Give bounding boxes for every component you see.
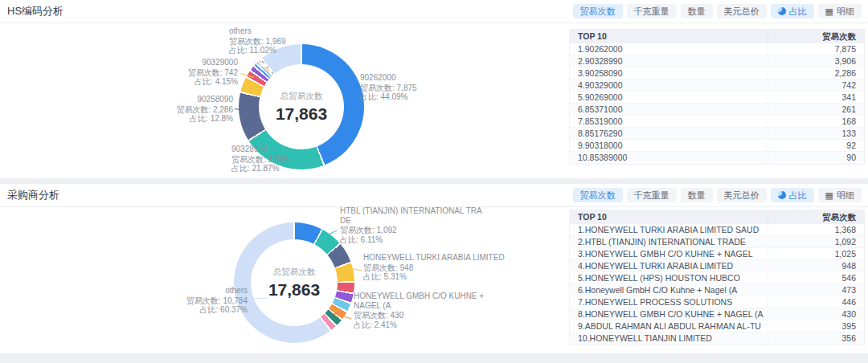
table-grid-icon: ▦: [825, 191, 833, 199]
chart-label-90329000: 90329000 贸易次数: 742 占比: 4.15%: [166, 58, 238, 87]
metric-usd-total-button[interactable]: 美元总价: [717, 188, 767, 202]
chart-label-htbl-tianjin: HTBL (TIANJIN) INTERNATIONAL TRADE 贸易次数:…: [340, 206, 485, 244]
chart-label-90258090: 90258090 贸易次数: 2,286 占比: 12.8%: [158, 95, 233, 124]
table-row: 9.9031800092: [570, 140, 864, 152]
table-row: 10.HONEYWELL TIANJIN LIMITED356: [570, 332, 864, 345]
chart-label-honeywell-gmbh: HONEYWELL GMBH C/O KUHNE + NAGEL (A 贸易次数…: [354, 292, 510, 329]
view-detail-label: 明细: [837, 189, 854, 202]
table-grid-icon: ▦: [825, 7, 833, 15]
metric-kg-weight-button[interactable]: 千克重量: [627, 188, 677, 202]
top10-table-hs-codes: TOP 10 贸易次数 1.902620007,875 2.903289903,…: [569, 29, 865, 165]
chart-label-others: others 贸易次数: 10,784 占比: 60.37%: [170, 286, 248, 315]
table-row: 1.902620007,875: [570, 43, 864, 55]
table-row: 3.902580902,286: [570, 67, 864, 80]
buyer-donut-chart[interactable]: 总贸易次数 17,863: [234, 222, 354, 343]
chart-label-90262000: 90262000 贸易次数: 7,875 占比: 44.09%: [360, 73, 440, 102]
table-header: TOP 10 贸易次数: [570, 210, 864, 224]
top10-table-buyers: TOP 10 贸易次数 1.HONEYWELL TURKI ARABIA LIM…: [569, 210, 865, 345]
bottom-divider: [0, 353, 868, 363]
metric-quantity-button[interactable]: 数量: [681, 4, 713, 18]
table-row: 2.HTBL (TIANJIN) INTERNATIONAL TRADE1,09…: [570, 236, 864, 248]
view-detail-button[interactable]: ▦ 明细: [818, 4, 862, 18]
table-row: 6.Honeywell GmbH C/O Kuhne + Nagel (A473: [570, 284, 864, 296]
metric-kg-weight-button[interactable]: 千克重量: [627, 4, 677, 18]
view-detail-label: 明细: [837, 5, 854, 18]
panel1-header: HS编码分析 贸易次数 千克重量 数量 美元总价 占比 ▦ 明细: [0, 0, 868, 23]
panel-buyer-analysis: 采购商分析 贸易次数 千克重量 数量 美元总价 占比 ▦ 明细 总贸易次数 17…: [0, 184, 868, 353]
table-row: 7.HONEYWELL PROCESS SOLUTIONS446: [570, 296, 864, 308]
chart-label-90328990: 90328990 贸易次数: 3,906 占比: 21.87%: [231, 145, 300, 173]
table-row: 6.85371000261: [570, 104, 864, 116]
pie-chart-icon: [778, 191, 786, 199]
pie-chart-icon: [778, 7, 786, 15]
view-pie-label: 占比: [789, 5, 807, 18]
table-row: 4.90329000742: [570, 80, 864, 92]
table-row: 4.HONEYWELL TURKI ARABIA LIMITED948: [570, 260, 864, 272]
page-title: HS编码分析: [7, 4, 63, 18]
panel-hs-code-analysis: HS编码分析 贸易次数 千克重量 数量 美元总价 占比 ▦ 明细 总贸易次数 1…: [0, 0, 868, 178]
donut-hole: [259, 64, 344, 149]
table-header: TOP 10 贸易次数: [570, 30, 864, 43]
view-pie-button[interactable]: 占比: [771, 4, 814, 18]
panel2-header: 采购商分析 贸易次数 千克重量 数量 美元总价 占比 ▦ 明细: [0, 184, 868, 207]
donut-hole: [251, 239, 338, 326]
metric-trade-count-button[interactable]: 贸易次数: [573, 188, 623, 202]
view-pie-label: 占比: [789, 189, 807, 202]
view-pie-button[interactable]: 占比: [771, 188, 814, 202]
panel-divider: [0, 178, 868, 184]
metric-quantity-button[interactable]: 数量: [681, 188, 713, 202]
table-row: 3.HONEYWELL GMBH C/O KUHNE + NAGEL1,025: [570, 248, 864, 260]
table-row: 5.90269000341: [570, 92, 864, 104]
metric-trade-count-button[interactable]: 贸易次数: [573, 4, 623, 18]
metric-usd-total-button[interactable]: 美元总价: [717, 4, 767, 18]
table-row: 8.85176290133: [570, 128, 864, 140]
table-row: 9.ABDUL RAHMAN ALI ABDUL RAHMAN AL-TU395: [570, 320, 864, 332]
chart-label-others: others 贸易次数: 1,969 占比: 11.02%: [229, 27, 301, 55]
view-detail-button[interactable]: ▦ 明细: [818, 188, 862, 202]
table-row: 1.HONEYWELL TURKI ARABIA LIMITED SAUD1,3…: [570, 224, 864, 236]
chart-label-honeywell-turki: HONEYWELL TURKI ARABIA LIMITED 贸易次数: 948…: [363, 253, 516, 282]
table-row: 8.HONEYWELL GMBH C/O KUHNE + NAGEL (A430: [570, 308, 864, 320]
table-row: 2.903289903,906: [570, 55, 864, 67]
page-title: 采购商分析: [7, 188, 59, 202]
panel1-toolbar: 贸易次数 千克重量 数量 美元总价 占比 ▦ 明细: [573, 4, 862, 18]
table-row: 10.8538900090: [570, 152, 864, 164]
table-row: 7.85319000168: [570, 116, 864, 128]
table-row: 5.HONEYWELL (HPS) HOUSTON HUBCO546: [570, 272, 864, 284]
panel2-toolbar: 贸易次数 千克重量 数量 美元总价 占比 ▦ 明细: [573, 188, 862, 202]
